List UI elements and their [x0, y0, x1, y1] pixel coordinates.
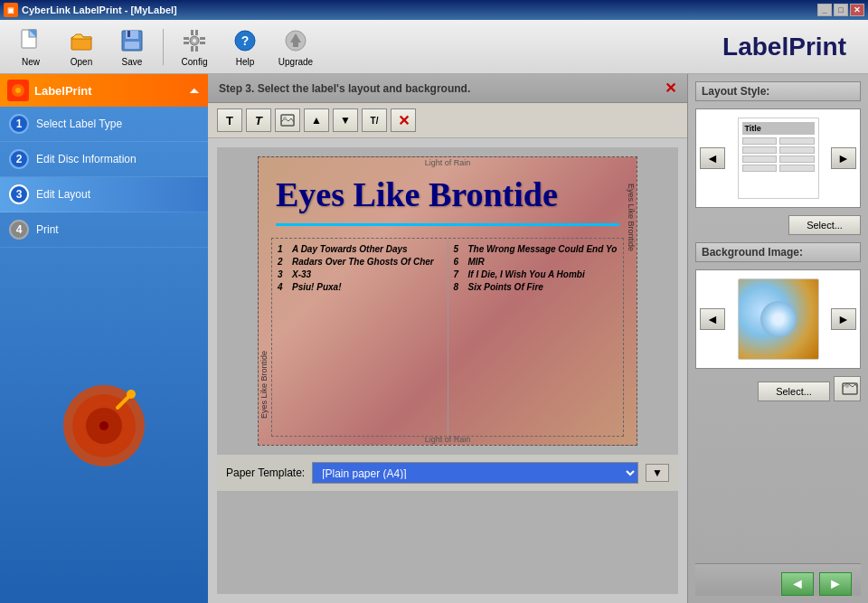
text-normal-button[interactable]: T	[217, 108, 242, 132]
upgrade-button[interactable]: Upgrade	[272, 24, 319, 71]
track-title: Radars Over The Ghosts Of Cher	[292, 257, 434, 267]
layout-row	[779, 146, 815, 154]
help-icon: ?	[231, 26, 259, 55]
maximize-button[interactable]: □	[834, 4, 848, 16]
background-preview-area: ◄ ►	[695, 269, 861, 369]
panel-header-icon	[7, 80, 29, 101]
help-button[interactable]: ? Help	[222, 24, 269, 71]
side-text-right: Eyes Like Brontide	[627, 184, 636, 419]
svg-rect-8	[191, 30, 193, 35]
paper-template-bar: Paper Template: [Plain paper (A4)] ▼	[217, 455, 678, 491]
save-button[interactable]: Save	[108, 24, 156, 71]
track-title: A Day Towards Other Days	[292, 244, 408, 254]
step-header: Step 3. Select the label's layout and ba…	[208, 74, 687, 103]
track-row: 6 MIR	[454, 257, 618, 267]
close-button[interactable]: ✕	[850, 4, 864, 16]
disc-art	[59, 381, 149, 471]
bg-buttons: Select...	[695, 376, 861, 401]
layout-prev-button[interactable]: ◄	[700, 147, 725, 169]
svg-point-30	[127, 390, 136, 399]
open-button[interactable]: Open	[58, 24, 105, 71]
layout-select-button[interactable]: Select...	[788, 215, 861, 235]
svg-rect-22	[293, 42, 298, 47]
track-title: Psiu! Puxa!	[292, 282, 341, 292]
paper-dropdown-arrow[interactable]: ▼	[646, 464, 669, 482]
config-label: Config	[182, 57, 208, 67]
svg-rect-9	[195, 30, 198, 35]
bg-inner-ring	[760, 301, 797, 337]
layout-col-right	[779, 137, 815, 174]
upgrade-label: Upgrade	[278, 57, 313, 67]
paper-template-select[interactable]: [Plain paper (A4)]	[312, 462, 638, 484]
config-icon	[180, 26, 209, 55]
minimize-button[interactable]: _	[817, 4, 832, 16]
help-label: Help	[236, 57, 255, 67]
save-icon	[118, 26, 146, 55]
right-panel: Layout Style: ◄ Title	[687, 74, 868, 603]
background-browse-button[interactable]	[834, 376, 861, 401]
label-canvas[interactable]: Eyes Like Brontide Eyes Like Brontide Li…	[258, 156, 637, 446]
nav-label-1: Select Label Type	[36, 118, 122, 130]
track-title: Six Points Of Fire	[468, 282, 543, 292]
titlebar-buttons: _ □ ✕	[817, 4, 864, 16]
step-header-close-button[interactable]: ✕	[665, 80, 676, 97]
nav-item-edit-layout[interactable]: 3 Edit Layout	[0, 177, 208, 212]
delete-button[interactable]: ✕	[391, 108, 416, 132]
layout-preview-area: ◄ Title	[695, 108, 861, 208]
svg-point-34	[845, 384, 849, 388]
tracklist-area[interactable]: 1 A Day Towards Other Days 2 Radars Over…	[271, 238, 624, 437]
panel-header: LabelPrint ⏶	[0, 74, 208, 107]
track-title: The Wrong Message Could End Yo	[468, 244, 618, 254]
track-row: 1 A Day Towards Other Days	[278, 244, 442, 254]
move-up-button[interactable]: ▲	[304, 108, 329, 132]
layout-row	[742, 155, 778, 163]
back-button[interactable]: ◄	[781, 572, 814, 596]
nav-number-3: 3	[9, 184, 29, 204]
track-row: 2 Radars Over The Ghosts Of Cher	[278, 257, 442, 267]
track-num: 1	[278, 244, 288, 254]
config-button[interactable]: Config	[171, 24, 218, 71]
upgrade-icon	[281, 26, 310, 55]
svg-point-28	[99, 421, 108, 430]
svg-point-17	[193, 39, 196, 42]
panel-collapse-button[interactable]: ⏶	[188, 83, 201, 98]
nav-item-edit-disc[interactable]: 2 Edit Disc Information	[0, 142, 208, 177]
layout-row	[779, 155, 815, 163]
nav-label-4: Print	[36, 223, 59, 236]
save-label: Save	[122, 57, 143, 67]
image-button[interactable]	[275, 108, 300, 132]
layout-row	[742, 137, 778, 145]
move-down-button[interactable]: ▼	[333, 108, 358, 132]
layout-preview-content: Title	[738, 118, 819, 199]
label-title[interactable]: Eyes Like Brontide	[276, 174, 558, 214]
track-row: 7 If I Die, I Wish You A Hombi	[454, 269, 618, 279]
track-num: 3	[278, 269, 288, 279]
step-header-text: Step 3. Select the label's layout and ba…	[219, 82, 470, 95]
layout-row	[779, 137, 815, 145]
canvas-area: Eyes Like Brontide Eyes Like Brontide Li…	[217, 147, 678, 594]
track-num: 7	[454, 269, 465, 279]
nav-label-3: Edit Layout	[36, 188, 90, 201]
forward-button[interactable]: ►	[819, 572, 852, 596]
layout-next-button[interactable]: ►	[831, 147, 856, 169]
svg-rect-12	[184, 37, 189, 40]
layout-col-left	[742, 137, 778, 174]
svg-text:?: ?	[241, 33, 250, 48]
toolbar-separator	[163, 29, 164, 65]
track-num: 8	[454, 282, 465, 292]
nav-item-select-label[interactable]: 1 Select Label Type	[0, 107, 208, 142]
nav-item-print[interactable]: 4 Print	[0, 212, 208, 248]
bg-next-button[interactable]: ►	[831, 308, 856, 330]
panel-header-title: LabelPrint	[34, 84, 183, 98]
svg-rect-7	[125, 42, 139, 49]
background-select-button[interactable]: Select...	[758, 382, 830, 401]
bg-prev-button[interactable]: ◄	[700, 308, 725, 330]
background-preview-image	[738, 278, 819, 360]
svg-point-24	[15, 88, 21, 93]
text-italic-button[interactable]: T	[246, 108, 271, 132]
track-title: X-33	[292, 269, 311, 279]
text-edit-button[interactable]: T/	[362, 108, 387, 132]
layout-rows	[742, 137, 815, 174]
new-button[interactable]: New	[7, 24, 54, 71]
content-area: Step 3. Select the label's layout and ba…	[208, 74, 687, 603]
